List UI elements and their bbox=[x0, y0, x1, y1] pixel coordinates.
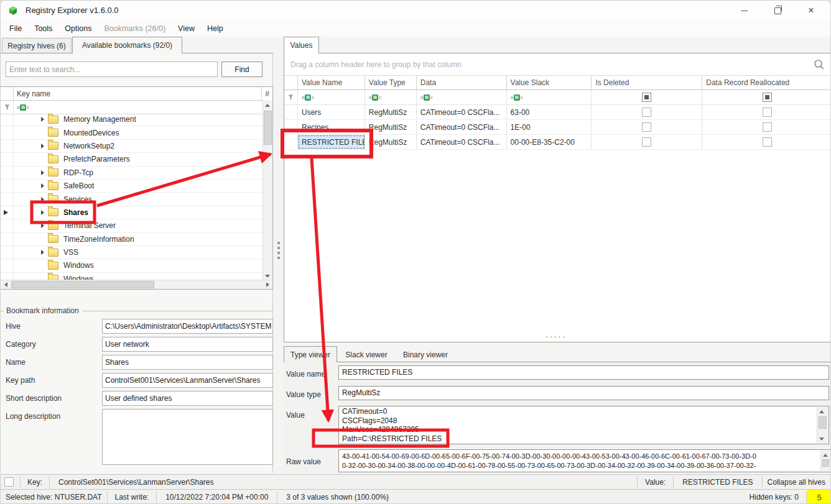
tree-row[interactable]: Windows bbox=[1, 259, 262, 272]
menu-help[interactable]: Help bbox=[201, 24, 230, 33]
cell-data[interactable]: CATimeout=0 CSCFla... bbox=[417, 120, 507, 134]
col-value-type[interactable]: Value Type bbox=[365, 76, 417, 89]
expand-arrow-icon[interactable] bbox=[41, 170, 44, 175]
cell-value-slack[interactable]: 1E-00 bbox=[507, 120, 592, 134]
tree-header-count[interactable]: # bbox=[262, 89, 272, 98]
scroll-down-arrow[interactable] bbox=[263, 272, 272, 280]
col-value-slack[interactable]: Value Slack bbox=[507, 76, 592, 89]
col-value-name[interactable]: Value Name bbox=[298, 76, 365, 89]
key-path-field[interactable]: ControlSet001\Services\LanmanServer\Shar… bbox=[102, 373, 273, 388]
tree-node-label[interactable]: SafeBoot bbox=[63, 181, 94, 190]
cell-value-type[interactable]: RegMultiSz bbox=[365, 135, 417, 149]
col-is-deleted[interactable]: Is Deleted bbox=[592, 76, 702, 89]
cell-data-record-reallocated[interactable] bbox=[702, 135, 831, 149]
tree-row[interactable]: Terminal Server bbox=[1, 219, 262, 232]
tree-row[interactable]: SafeBoot bbox=[1, 180, 262, 193]
expand-arrow-icon[interactable] bbox=[41, 117, 44, 122]
tree-node-label[interactable]: Windows bbox=[63, 261, 94, 270]
viewer-splitter-handle[interactable] bbox=[545, 334, 564, 338]
indeterminate-checkbox[interactable] bbox=[642, 93, 651, 102]
tree-row[interactable]: Services bbox=[1, 193, 262, 206]
checkbox-unchecked[interactable] bbox=[763, 122, 772, 132]
filter-data-record-reallocated[interactable] bbox=[702, 90, 831, 104]
menu-view[interactable]: View bbox=[172, 24, 201, 33]
tree-node-label[interactable]: TimeZoneInformation bbox=[63, 235, 134, 244]
tree-node-label[interactable]: RDP-Tcp bbox=[63, 168, 93, 177]
menu-options[interactable]: Options bbox=[58, 24, 98, 33]
tree-filter-row[interactable] bbox=[1, 101, 272, 114]
raw-value-scrollbar[interactable] bbox=[820, 451, 830, 471]
tree-row[interactable]: VSS bbox=[1, 246, 262, 259]
long-description-field[interactable] bbox=[102, 409, 273, 465]
filter-data[interactable] bbox=[417, 90, 507, 104]
value-row[interactable]: Users RegMultiSz CATimeout=0 CSCFla... 6… bbox=[284, 105, 831, 120]
scroll-right-arrow[interactable] bbox=[263, 280, 272, 289]
tree-row[interactable]: TimeZoneInformation bbox=[1, 233, 262, 246]
collapse-all-hives-button[interactable]: Collapse all hives bbox=[763, 478, 830, 487]
checkbox-unchecked[interactable] bbox=[642, 122, 651, 132]
checkbox-unchecked[interactable] bbox=[642, 137, 651, 147]
value-name-field[interactable]: RESTRICTED FILES bbox=[338, 365, 829, 380]
scroll-thumb[interactable] bbox=[822, 459, 829, 467]
value-row[interactable]: Recipes RegMultiSz CATimeout=0 CSCFla...… bbox=[284, 120, 831, 135]
cell-value-type[interactable]: RegMultiSz bbox=[365, 120, 417, 134]
expand-arrow-icon[interactable] bbox=[41, 197, 44, 202]
grid-filter-row[interactable] bbox=[284, 90, 831, 105]
scroll-thumb[interactable] bbox=[11, 281, 154, 288]
expand-arrow-icon[interactable] bbox=[41, 223, 44, 228]
cell-data-record-reallocated[interactable] bbox=[702, 120, 831, 134]
scroll-left-arrow[interactable] bbox=[1, 280, 10, 289]
cell-is-deleted[interactable] bbox=[592, 120, 702, 134]
expand-arrow-icon[interactable] bbox=[41, 144, 44, 149]
short-description-field[interactable]: User defined shares bbox=[102, 391, 273, 406]
scroll-thumb[interactable] bbox=[819, 416, 827, 429]
tree-node-label[interactable]: MountedDevices bbox=[63, 129, 119, 137]
indeterminate-checkbox[interactable] bbox=[763, 93, 772, 102]
expand-arrow-icon[interactable] bbox=[41, 250, 44, 255]
search-icon[interactable] bbox=[813, 58, 825, 71]
checkbox-unchecked[interactable] bbox=[763, 108, 772, 117]
filter-value-type[interactable] bbox=[365, 90, 417, 104]
cell-data-record-reallocated[interactable] bbox=[702, 105, 831, 119]
cell-is-deleted[interactable] bbox=[592, 135, 702, 149]
tree-node-label[interactable]: Memory Management bbox=[63, 115, 136, 124]
tree-row[interactable]: MountedDevices bbox=[1, 126, 262, 139]
value-field-scrollbar[interactable] bbox=[817, 407, 828, 443]
menu-file[interactable]: File bbox=[3, 24, 28, 33]
tree-horizontal-scrollbar[interactable] bbox=[1, 280, 272, 289]
tree-node-label[interactable]: PrefetchParameters bbox=[63, 155, 130, 163]
col-data[interactable]: Data bbox=[417, 76, 507, 89]
tree-row[interactable]: PrefetchParameters bbox=[1, 153, 262, 166]
close-button[interactable]: × bbox=[794, 1, 828, 21]
cell-is-deleted[interactable] bbox=[592, 105, 702, 119]
scroll-down-arrow[interactable] bbox=[817, 434, 826, 443]
tree-row-selected[interactable]: Shares bbox=[1, 206, 262, 219]
cell-data[interactable]: CATimeout=0 CSCFla... bbox=[417, 105, 507, 119]
tree-node-label[interactable]: Shares bbox=[63, 208, 88, 217]
scroll-up-arrow[interactable] bbox=[817, 407, 826, 416]
expand-arrow-icon[interactable] bbox=[41, 210, 44, 215]
scroll-up-arrow[interactable] bbox=[263, 101, 272, 109]
name-field[interactable]: Shares bbox=[102, 355, 273, 370]
tree-row[interactable]: NetworkSetup2 bbox=[1, 140, 262, 153]
search-input[interactable] bbox=[6, 62, 218, 77]
hive-field[interactable]: C:\Users\Administrator\Desktop\Artifacts… bbox=[102, 319, 273, 334]
menu-bookmarks[interactable]: Bookmarks (26/0) bbox=[98, 24, 172, 33]
tab-slack-viewer[interactable]: Slack viewer bbox=[341, 349, 391, 361]
tree-filter-cell[interactable] bbox=[14, 104, 272, 111]
filter-value-slack[interactable] bbox=[507, 90, 592, 104]
restore-button[interactable] bbox=[761, 1, 794, 21]
scroll-thumb[interactable] bbox=[264, 111, 272, 145]
filter-is-deleted[interactable] bbox=[592, 90, 702, 104]
category-field[interactable]: User network bbox=[102, 337, 273, 352]
cell-data[interactable]: CATimeout=0 CSCFla... bbox=[417, 135, 507, 149]
scroll-up-arrow[interactable] bbox=[821, 451, 830, 459]
minimize-button[interactable] bbox=[727, 1, 761, 21]
panel-splitter-handle[interactable] bbox=[277, 242, 280, 244]
cell-value-name[interactable]: Users bbox=[298, 105, 365, 119]
tree-node-label[interactable]: VSS bbox=[63, 248, 78, 257]
cell-value-slack[interactable]: 00-00-E8-35-C2-00 bbox=[507, 135, 592, 149]
tab-registry-hives[interactable]: Registry hives (6) bbox=[2, 38, 72, 53]
tab-binary-viewer[interactable]: Binary viewer bbox=[397, 349, 453, 361]
checkbox-unchecked[interactable] bbox=[763, 137, 772, 147]
